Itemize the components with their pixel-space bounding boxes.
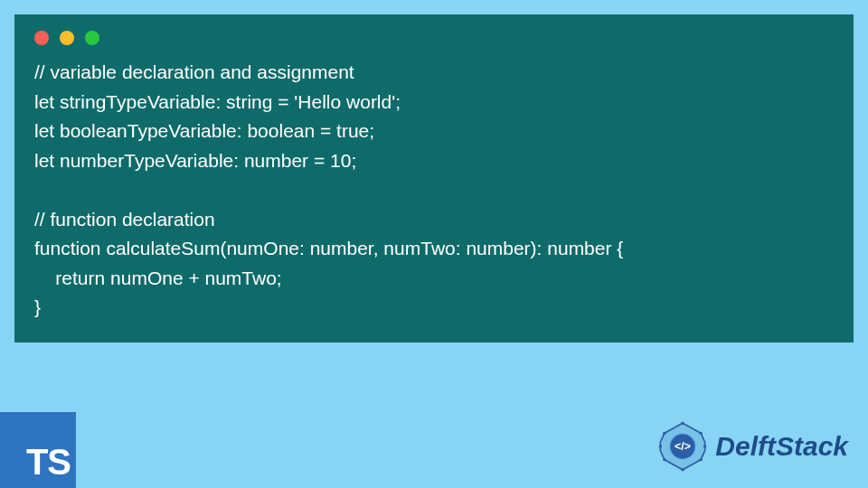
svg-point-7	[703, 445, 706, 447]
brand: </> DelftStack	[657, 421, 848, 472]
code-block: // variable declaration and assignment l…	[34, 58, 834, 323]
svg-point-9	[682, 468, 684, 471]
close-icon	[34, 31, 49, 45]
maximize-icon	[85, 31, 99, 45]
svg-point-11	[659, 445, 662, 447]
svg-point-10	[663, 458, 665, 461]
svg-point-12	[663, 432, 665, 435]
svg-point-8	[700, 458, 703, 461]
minimize-icon	[60, 31, 74, 45]
typescript-badge-label: TS	[26, 442, 71, 483]
brand-name: DelftStack	[715, 431, 848, 462]
svg-point-6	[700, 432, 703, 435]
svg-text:</>: </>	[675, 440, 691, 453]
window-controls	[34, 31, 834, 45]
code-window: // variable declaration and assignment l…	[14, 14, 854, 343]
brand-logo-icon: </>	[657, 421, 708, 472]
svg-point-5	[682, 422, 684, 425]
typescript-badge: TS	[0, 412, 76, 488]
